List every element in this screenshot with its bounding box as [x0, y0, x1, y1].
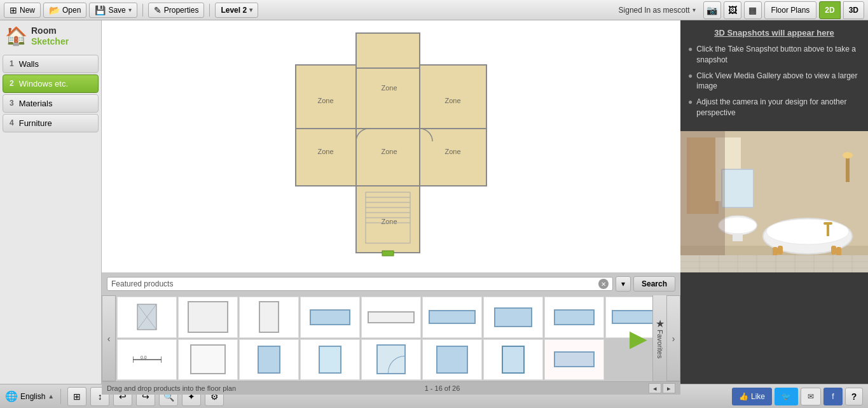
user-dropdown-icon: ▾ [692, 6, 696, 13]
svg-rect-56 [846, 157, 850, 182]
save-button[interactable]: 💾 Save ▾ [89, 3, 137, 18]
select-tool-button[interactable]: ⊞ [67, 387, 86, 406]
search-button[interactable]: Search [633, 276, 675, 292]
media-button[interactable]: ▦ [744, 1, 762, 19]
product-browser: ✕ ▾ Search ‹ [102, 272, 680, 384]
window-tall3-icon [502, 346, 525, 374]
save-icon: 💾 [95, 5, 106, 15]
properties-icon: ✎ [154, 5, 162, 15]
social-area: 👍 Like 🐦 ✉ f ? [732, 388, 863, 405]
twitter-icon: 🐦 [782, 392, 791, 401]
facebook-button[interactable]: f [823, 388, 843, 405]
product-item[interactable] [422, 297, 482, 338]
gallery-button[interactable]: 🖼 [724, 1, 741, 19]
signed-in-label[interactable]: Signed In as mescott ▾ [619, 6, 696, 15]
svg-point-34 [766, 219, 849, 244]
svg-rect-36 [836, 247, 841, 256]
svg-rect-59 [680, 131, 725, 255]
svg-text:Zone: Zone [317, 97, 333, 104]
product-item[interactable] [300, 339, 360, 381]
scroll-right-button[interactable]: ▸ [663, 383, 675, 393]
product-item[interactable] [483, 339, 543, 381]
logo-area: 🏠 RoomSketcher [0, 20, 101, 52]
bathroom-svg [680, 131, 868, 272]
right-panel: 3D Snapshots will appear here ● Click th… [680, 20, 868, 384]
snapshot-title: 3D Snapshots will appear here [688, 28, 860, 38]
product-item[interactable] [422, 339, 482, 381]
scroll-left-button[interactable]: ◂ [649, 383, 661, 393]
logo-icon: 🏠 [5, 25, 27, 46]
next-products-button[interactable]: › [666, 295, 680, 381]
prev-products-button[interactable]: ‹ [102, 295, 116, 381]
right-toolbar: 📷 🖼 ▦ Floor Plans 2D 3D [703, 1, 864, 19]
door-icon [376, 344, 406, 374]
product-item[interactable] [361, 297, 421, 338]
help-button[interactable]: ? [845, 388, 863, 405]
language-selector[interactable]: 🌐 English ▲ [5, 390, 54, 402]
canvas-area[interactable]: Zone Zone Zone Zone Zone Zone Zone [102, 20, 680, 272]
snapshot-bullet-1: ● Click the Take Snapshot button above t… [688, 44, 860, 66]
product-item[interactable] [544, 339, 604, 381]
measure-icon: 0.0 [123, 350, 170, 369]
window-icon3 [554, 351, 595, 367]
svg-rect-44 [680, 255, 868, 272]
status-bar: Drag and drop products into the floor pl… [102, 381, 680, 395]
snapshot-bullet-3: ● Adjust the camera in your design for a… [688, 97, 860, 118]
svg-rect-39 [827, 223, 829, 236]
svg-rect-1 [356, 33, 420, 68]
svg-text:0.0: 0.0 [141, 355, 147, 360]
properties-button[interactable]: ✎ Properties [148, 3, 205, 18]
svg-text:Zone: Zone [317, 148, 333, 155]
product-item[interactable]: 0.0 [117, 339, 177, 381]
separator [142, 4, 143, 17]
product-item[interactable] [544, 297, 604, 338]
search-input[interactable] [111, 279, 596, 288]
svg-rect-40 [823, 222, 832, 225]
floor-plans-button[interactable]: Floor Plans [764, 1, 817, 19]
2d-button[interactable]: 2D [819, 1, 840, 19]
open-button[interactable]: 📂 Open [43, 3, 86, 18]
thumb-icon: 👍 [739, 392, 748, 401]
product-item[interactable] [361, 339, 421, 381]
category-furniture[interactable]: 4 Furniture [3, 114, 99, 132]
window-wide2-icon [612, 310, 659, 324]
clear-button[interactable]: ✕ [598, 279, 609, 289]
window-wide-icon [429, 310, 476, 324]
window-tall2-icon [319, 346, 342, 374]
camera-button[interactable]: 📷 [703, 1, 721, 19]
category-windows[interactable]: 2 Windows etc. [3, 74, 99, 93]
product-item[interactable] [239, 297, 299, 338]
favorites-tab[interactable]: ★ Favorites [652, 295, 666, 381]
level-selector[interactable]: Level 2 ▾ [215, 3, 258, 18]
save-dropdown-icon: ▾ [128, 6, 132, 13]
svg-rect-20 [382, 251, 394, 256]
product-item[interactable] [117, 297, 177, 338]
twitter-button[interactable]: 🐦 [775, 388, 798, 405]
facebook-like-button[interactable]: 👍 Like [732, 388, 772, 405]
category-materials[interactable]: 3 Materials [3, 94, 99, 113]
category-list: 1 Walls 2 Windows etc. 3 Materials 4 Fur… [0, 52, 101, 135]
email-button[interactable]: ✉ [801, 388, 821, 405]
category-walls[interactable]: 1 Walls [3, 55, 99, 73]
product-item[interactable] [178, 339, 238, 381]
product-item[interactable] [239, 339, 299, 381]
level-dropdown-icon: ▾ [249, 6, 252, 13]
products-grid: 0.0 [116, 295, 666, 381]
product-item[interactable] [300, 297, 360, 338]
new-button[interactable]: ⊞ New [4, 3, 41, 18]
product-item[interactable] [178, 297, 238, 338]
product-item[interactable] [483, 297, 543, 338]
separator [60, 389, 61, 404]
grid-container: 0.0 [116, 295, 666, 381]
window-icon [310, 309, 350, 325]
3d-button[interactable]: 3D [843, 1, 864, 19]
left-panel: 🏠 RoomSketcher 1 Walls 2 Windows etc. 3 … [0, 20, 102, 384]
open-icon: 📂 [49, 5, 60, 15]
floor-plan-svg: Zone Zone Zone Zone Zone Zone Zone [258, 27, 525, 262]
products-grid-wrap: ‹ [102, 295, 680, 381]
svg-text:Zone: Zone [381, 218, 397, 225]
snapshot-bullet-2: ● Click View Media Gallery above to view… [688, 71, 860, 92]
filter-button[interactable]: ▾ [616, 276, 631, 292]
search-bar: ✕ ▾ Search [102, 272, 680, 295]
top-toolbar: ⊞ New 📂 Open 💾 Save ▾ ✎ Properties Level… [0, 0, 868, 20]
